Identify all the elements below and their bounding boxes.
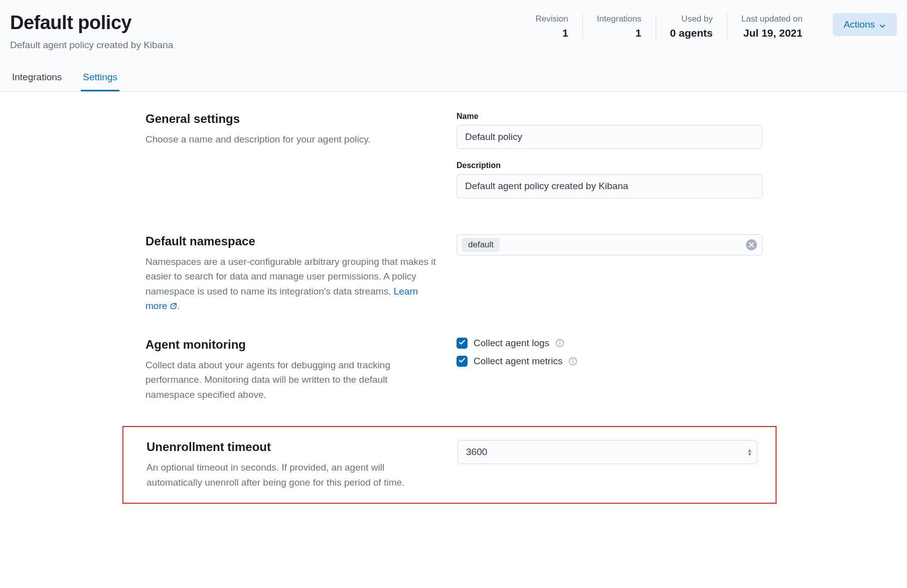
section-general: General settings Choose a name and descr… [0,112,907,210]
tab-settings[interactable]: Settings [81,66,119,91]
meta-revision: Revision 1 [521,14,582,39]
collect-metrics-label: Collect agent metrics [474,356,562,367]
namespace-title: Default namespace [145,234,436,248]
meta-integrations-label: Integrations [597,14,642,24]
section-monitoring: Agent monitoring Collect data about your… [0,338,907,402]
meta-revision-label: Revision [535,14,568,24]
svg-point-1 [559,341,560,342]
collect-logs-label: Collect agent logs [474,338,549,349]
general-title: General settings [145,112,436,126]
section-unenrollment: Unenrollment timeout An optional timeout… [141,440,758,490]
meta-usedby-value: 0 agents [670,27,713,39]
chevron-down-icon[interactable]: ▼ [747,452,752,456]
tabs: Integrations Settings [10,66,897,91]
name-input[interactable] [457,125,763,149]
number-steppers[interactable]: ▲ ▼ [747,448,752,456]
meta-usedby-label: Used by [670,14,713,24]
collect-logs-row: Collect agent logs [457,338,763,349]
meta-updated-value: Jul 19, 2021 [741,27,803,39]
namespace-desc: Namespaces are a user-configurable arbit… [145,254,436,314]
info-icon[interactable] [555,339,564,348]
meta-revision-value: 1 [535,27,568,39]
collect-metrics-checkbox[interactable] [457,356,468,367]
settings-content: General settings Choose a name and descr… [0,92,907,524]
unenrollment-title: Unenrollment timeout [146,440,437,454]
tab-integrations[interactable]: Integrations [10,66,64,91]
unenrollment-timeout-input[interactable] [458,440,758,464]
meta-integrations-value: 1 [597,27,642,39]
description-label: Description [457,161,763,170]
actions-button-label: Actions [844,19,875,30]
chevron-down-icon [879,21,886,28]
svg-rect-5 [573,361,574,363]
check-icon [459,339,466,347]
section-namespace: Default namespace Namespaces are a user-… [0,234,907,314]
svg-rect-2 [559,343,560,345]
collect-metrics-row: Collect agent metrics [457,356,763,367]
namespace-combobox[interactable]: default [457,234,763,255]
collect-logs-checkbox[interactable] [457,338,468,349]
page-title: Default policy [10,12,511,34]
header-meta: Revision 1 Integrations 1 Used by 0 agen… [521,12,816,39]
page-subtitle: Default agent policy created by Kibana [10,40,511,51]
namespace-chip[interactable]: default [462,238,500,252]
monitoring-desc: Collect data about your agents for debug… [145,358,436,402]
check-icon [459,357,466,365]
close-icon [749,241,754,249]
actions-button[interactable]: Actions [833,13,897,36]
external-link-icon [170,299,177,306]
monitoring-title: Agent monitoring [145,338,436,352]
namespace-desc-post: . [177,301,180,311]
page-header: Default policy Default agent policy crea… [0,0,907,92]
unenrollment-highlight: Unenrollment timeout An optional timeout… [122,426,777,504]
meta-usedby: Used by 0 agents [656,14,727,39]
description-input[interactable] [457,174,763,198]
unenrollment-desc: An optional timeout in seconds. If provi… [146,460,437,490]
name-label: Name [457,112,763,121]
meta-integrations: Integrations 1 [583,14,656,39]
info-icon[interactable] [568,357,577,366]
meta-updated-label: Last updated on [741,14,803,24]
general-desc: Choose a name and description for your a… [145,132,436,146]
clear-namespace-button[interactable] [746,239,757,250]
svg-point-4 [572,359,573,360]
meta-updated: Last updated on Jul 19, 2021 [727,14,817,39]
namespace-desc-pre: Namespaces are a user-configurable arbit… [145,256,436,297]
